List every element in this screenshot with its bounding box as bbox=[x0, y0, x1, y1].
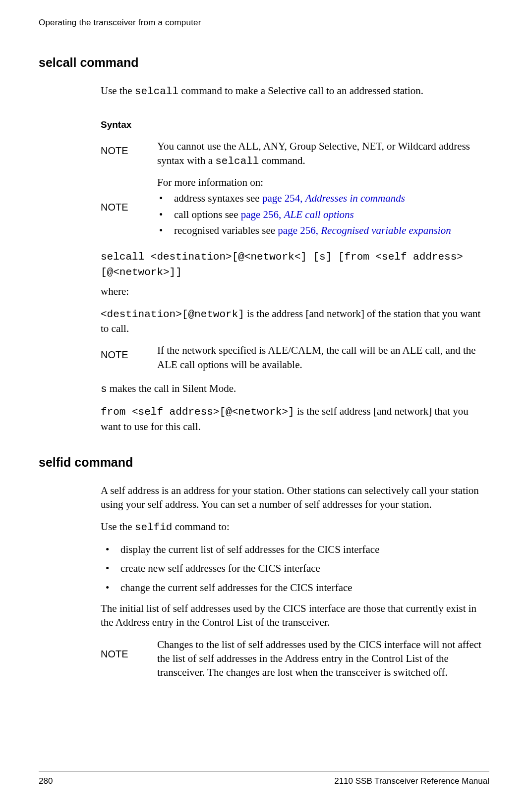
selcall-intro: Use the selcall command to make a Select… bbox=[101, 84, 489, 99]
text: call options see bbox=[174, 209, 241, 220]
code-selfid: selfid bbox=[135, 522, 173, 533]
note-2-intro: For more information on: bbox=[157, 175, 489, 189]
code-from: from <self address>[@<network>] bbox=[101, 406, 294, 418]
text: address syntaxes see bbox=[174, 192, 262, 204]
selfid-p1: A self address is an address for your st… bbox=[101, 484, 489, 512]
text: command. bbox=[259, 155, 305, 166]
code-destination: <destination>[@network] bbox=[101, 309, 244, 320]
note-1: NOTE You cannot use the ALL, ANY, Group … bbox=[101, 139, 489, 168]
page-number: 280 bbox=[39, 776, 53, 786]
note-3-content: If the network specified is ALE/CALM, th… bbox=[157, 343, 489, 372]
link-page-254[interactable]: page 254, bbox=[262, 192, 305, 204]
note-4-content: Changes to the list of self addresses us… bbox=[157, 638, 489, 680]
syntax-command: selcall <destination>[@<network<] [s] [f… bbox=[101, 249, 489, 279]
s-option-desc: s makes the call in Silent Mode. bbox=[101, 381, 489, 396]
from-option-desc: from <self address>[@<network>] is the s… bbox=[101, 404, 489, 433]
manual-title: 2110 SSB Transceiver Reference Manual bbox=[334, 776, 489, 786]
selfid-uses-list: display the current list of self address… bbox=[101, 542, 489, 595]
heading-selcall-command: selcall command bbox=[39, 55, 489, 70]
page-footer: 280 2110 SSB Transceiver Reference Manua… bbox=[39, 771, 489, 786]
selfid-p2: Use the selfid command to: bbox=[101, 520, 489, 535]
code-syntax: selcall <destination>[@<network<] [s] [f… bbox=[101, 251, 463, 277]
text: Use the bbox=[101, 521, 135, 533]
text: recognised variables see bbox=[174, 224, 278, 236]
note-3: NOTE If the network specified is ALE/CAL… bbox=[101, 343, 489, 372]
note-label: NOTE bbox=[101, 638, 140, 660]
list-item: call options see page 256, ALE call opti… bbox=[157, 208, 489, 221]
list-item: display the current list of self address… bbox=[101, 542, 489, 556]
text: makes the call in Silent Mode. bbox=[107, 382, 236, 394]
note-2: NOTE For more information on: address sy… bbox=[101, 175, 489, 239]
link-recognised-variable-expansion[interactable]: Recognised variable expansion bbox=[321, 224, 451, 236]
subheading-syntax: Syntax bbox=[101, 119, 489, 130]
link-ale-call-options[interactable]: ALE call options bbox=[284, 209, 354, 220]
running-header: Operating the transceiver from a compute… bbox=[39, 18, 489, 28]
code-selcall: selcall bbox=[215, 156, 259, 167]
note-2-content: For more information on: address syntaxe… bbox=[157, 175, 489, 239]
list-item: change the current self addresses for th… bbox=[101, 581, 489, 595]
note-2-list: address syntaxes see page 254, Addresses… bbox=[157, 191, 489, 237]
note-label: NOTE bbox=[101, 139, 140, 157]
note-1-content: You cannot use the ALL, ANY, Group Selec… bbox=[157, 139, 489, 168]
note-label: NOTE bbox=[101, 202, 140, 213]
destination-desc: <destination>[@network] is the address [… bbox=[101, 307, 489, 336]
list-item: address syntaxes see page 254, Addresses… bbox=[157, 191, 489, 205]
text: command to: bbox=[172, 521, 229, 533]
list-item: create new self addresses for the CICS i… bbox=[101, 561, 489, 575]
text: command to make a Selective call to an a… bbox=[178, 85, 423, 97]
heading-selfid-command: selfid command bbox=[39, 455, 489, 470]
where-label: where: bbox=[101, 284, 489, 298]
link-addresses-in-commands[interactable]: Addresses in commands bbox=[305, 192, 405, 204]
selcall-body: Use the selcall command to make a Select… bbox=[101, 84, 489, 433]
list-item: recognised variables see page 256, Recog… bbox=[157, 223, 489, 237]
text: Use the bbox=[101, 85, 135, 97]
link-page-256[interactable]: page 256, bbox=[278, 224, 321, 236]
text: You cannot use the ALL, ANY, Group Selec… bbox=[157, 140, 470, 166]
selfid-body: A self address is an address for your st… bbox=[101, 484, 489, 680]
code-selcall: selcall bbox=[135, 86, 178, 97]
page-container: Operating the transceiver from a compute… bbox=[0, 0, 528, 812]
selfid-p3: The initial list of self addresses used … bbox=[101, 601, 489, 630]
note-4: NOTE Changes to the list of self address… bbox=[101, 638, 489, 680]
link-page-256[interactable]: page 256, bbox=[241, 209, 284, 220]
note-label: NOTE bbox=[101, 343, 140, 361]
code-s: s bbox=[101, 383, 107, 395]
